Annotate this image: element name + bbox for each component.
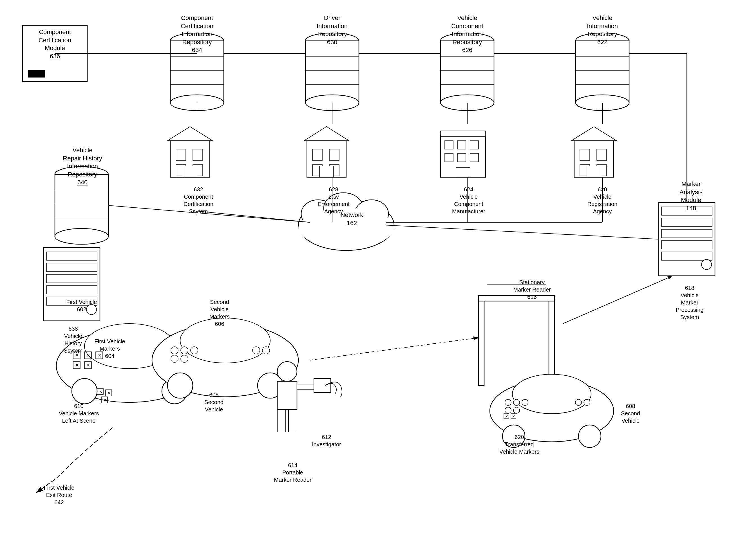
svg-rect-37: [183, 166, 197, 177]
svg-point-137: [584, 399, 590, 405]
diagram-svg: ✕ ✕ ✕ ✕ ✕ ✕ ✕: [0, 0, 751, 560]
building-component-cert: [167, 127, 213, 177]
svg-rect-65: [46, 263, 97, 272]
svg-rect-118: [277, 381, 297, 409]
svg-rect-56: [580, 149, 590, 160]
svg-rect-47: [445, 141, 453, 149]
label-vehicle-repair-repo: VehicleRepair HistoryInformationReposito…: [42, 146, 123, 186]
svg-rect-57: [597, 149, 607, 160]
svg-point-84: [72, 379, 97, 404]
svg-marker-39: [304, 127, 349, 141]
svg-text:✕: ✕: [103, 398, 107, 402]
svg-text:✕: ✕: [75, 363, 79, 367]
svg-rect-124: [549, 296, 555, 385]
svg-rect-34: [193, 149, 203, 160]
svg-rect-74: [661, 241, 712, 249]
svg-point-106: [191, 347, 198, 354]
svg-point-136: [575, 399, 581, 405]
svg-rect-120: [289, 409, 297, 432]
svg-marker-32: [167, 127, 213, 141]
label-vehicle-manufacturer: 624VehicleComponentManufacturer: [439, 186, 498, 215]
label-first-vehicle: First Vehicle602: [56, 298, 107, 313]
svg-point-134: [505, 407, 511, 413]
svg-rect-40: [313, 149, 322, 160]
svg-rect-49: [470, 141, 478, 149]
svg-rect-51: [457, 153, 466, 162]
label-vehicle-component-repo: VehicleComponentInformationRepository 62…: [440, 14, 494, 54]
svg-point-109: [253, 347, 260, 354]
server-marker-analysis: [659, 203, 715, 276]
label-stationary-reader: StationaryMarker Reader616: [495, 279, 569, 301]
svg-rect-41: [329, 149, 339, 160]
label-vehicle-registration: 620VehicleRegistrationAgency: [574, 186, 631, 215]
svg-point-128: [512, 374, 591, 414]
svg-rect-122: [314, 379, 331, 393]
svg-point-131: [505, 399, 511, 405]
svg-rect-60: [587, 166, 601, 177]
svg-point-133: [522, 399, 528, 405]
label-portable-reader: 614PortableMarker Reader: [262, 461, 324, 483]
svg-text:✕: ✕: [512, 415, 515, 418]
svg-rect-48: [457, 141, 466, 149]
svg-rect-20: [576, 41, 629, 103]
svg-line-160: [386, 225, 659, 239]
svg-point-107: [171, 355, 178, 362]
label-first-vehicle-markers: First VehicleMarkers604: [82, 338, 138, 360]
building-vehicle-manufacturer: [440, 131, 486, 177]
label-component-cert-system: 632ComponentCertificationSsytem: [170, 186, 226, 215]
building-vehicle-registration: [571, 127, 616, 177]
svg-text:✕: ✕: [505, 415, 508, 418]
diagram-container: ✕ ✕ ✕ ✕ ✕ ✕ ✕: [0, 0, 751, 560]
svg-rect-50: [445, 153, 453, 162]
svg-point-135: [513, 407, 520, 413]
svg-point-108: [181, 355, 188, 362]
svg-point-102: [167, 373, 193, 398]
svg-point-27: [55, 228, 108, 244]
label-second-vehicle-right: 608SecondVehicle: [605, 402, 656, 424]
svg-rect-52: [470, 153, 478, 162]
svg-rect-46: [440, 131, 486, 137]
svg-point-76: [701, 259, 712, 269]
svg-text:✕: ✕: [86, 363, 90, 367]
label-component-cert-module: Component Certification Module 636: [24, 28, 86, 60]
svg-text:✕: ✕: [99, 389, 102, 394]
label-first-vehicle-exit: First VehicleExit Route642: [22, 484, 96, 506]
svg-rect-72: [661, 218, 712, 226]
label-marker-analysis: MarkerAnalysisModule 148: [659, 180, 724, 212]
svg-point-104: [171, 347, 178, 354]
label-law-enforcement: 628LawEnforcementAgency: [305, 186, 362, 215]
svg-marker-55: [571, 127, 616, 141]
label-driver-info-repo: DriverInformationRepository 630: [305, 14, 359, 46]
svg-rect-53: [456, 167, 470, 177]
svg-rect-62: [28, 71, 45, 77]
second-vehicle-left: [152, 318, 298, 398]
svg-point-132: [513, 399, 520, 405]
svg-text:✕: ✕: [107, 391, 111, 395]
svg-point-130: [578, 425, 601, 447]
svg-rect-33: [176, 149, 186, 160]
label-vehicle-info-repo: VehicleInformationRepository 622: [576, 14, 629, 46]
svg-rect-8: [305, 41, 359, 103]
label-second-vehicle-markers: SecondVehicleMarkers606: [192, 298, 248, 327]
svg-rect-64: [46, 252, 97, 260]
svg-point-117: [277, 362, 297, 381]
label-network: Network162: [324, 211, 380, 227]
svg-line-162: [310, 338, 478, 360]
svg-rect-119: [277, 409, 286, 432]
svg-rect-123: [478, 296, 484, 385]
svg-rect-44: [319, 166, 334, 177]
building-law-enforcement: [304, 127, 349, 177]
investigator-figure: [277, 362, 342, 432]
svg-rect-67: [46, 286, 97, 294]
label-component-cert-repo: ComponentCertificationInformationReposit…: [170, 14, 224, 54]
label-transferred-markers: 620TransferredVehicle Markers: [481, 433, 557, 455]
label-second-vehicle-left: 608SecondVehicle: [192, 391, 236, 413]
svg-point-110: [262, 347, 270, 354]
label-vehicle-marker-processing: 618VehicleMarkerProcessingSystem: [646, 284, 733, 321]
label-investigator: 612Investigator: [304, 433, 349, 448]
svg-rect-73: [661, 229, 712, 238]
svg-rect-75: [661, 252, 712, 260]
svg-rect-66: [46, 274, 97, 283]
svg-point-105: [181, 347, 188, 354]
label-vehicle-markers-scene: 610Vehicle MarkersLeft At Scene: [42, 402, 115, 424]
